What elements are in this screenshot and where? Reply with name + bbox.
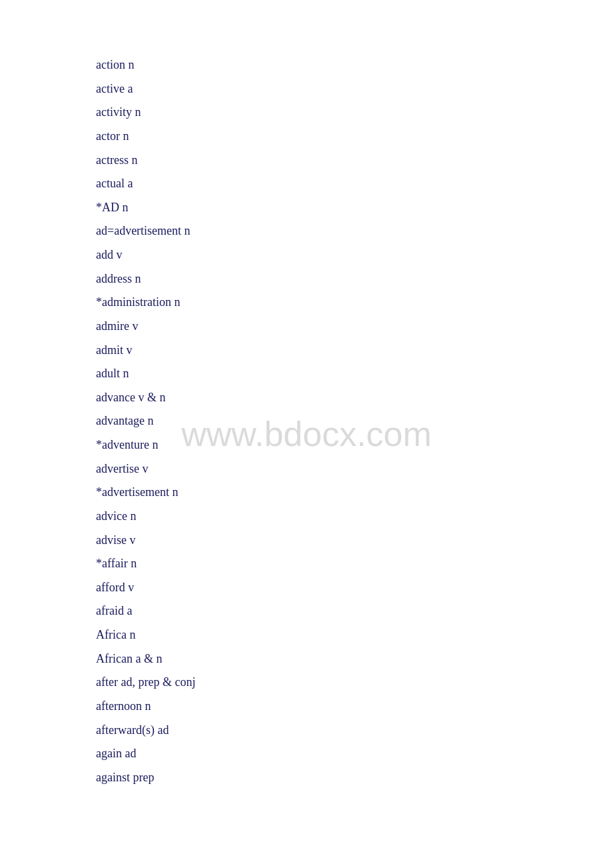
list-item: add v xyxy=(96,243,613,267)
list-item: actor n xyxy=(96,125,613,149)
list-item: *AD n xyxy=(96,196,613,220)
list-item: actress n xyxy=(96,149,613,173)
list-item: active a xyxy=(96,77,613,101)
list-item: *administration n xyxy=(96,291,613,315)
list-item: afraid a xyxy=(96,599,613,623)
list-item: *advertisement n xyxy=(96,481,613,505)
list-item: ad=advertisement n xyxy=(96,219,613,243)
list-item: advice n xyxy=(96,505,613,529)
list-item: African a & n xyxy=(96,647,613,671)
list-item: actual a xyxy=(96,172,613,196)
list-item: afford v xyxy=(96,576,613,600)
list-item: Africa n xyxy=(96,623,613,647)
list-item: afternoon n xyxy=(96,695,613,719)
list-item: action n xyxy=(96,53,613,77)
list-item: admit v xyxy=(96,339,613,363)
list-item: advantage n xyxy=(96,409,613,433)
list-item: activity n xyxy=(96,101,613,125)
list-item: after ad, prep & conj xyxy=(96,671,613,695)
list-item: advertise v xyxy=(96,457,613,481)
list-item: advise v xyxy=(96,529,613,553)
word-list: action nactive aactivity nactor nactress… xyxy=(96,53,613,789)
list-item: *affair n xyxy=(96,552,613,576)
list-item: admire v xyxy=(96,315,613,339)
list-item: *adventure n xyxy=(96,433,613,457)
list-item: against prep xyxy=(96,766,613,790)
list-item: afterward(s) ad xyxy=(96,719,613,743)
list-item: address n xyxy=(96,267,613,291)
list-item: adult n xyxy=(96,362,613,386)
list-item: advance v & n xyxy=(96,386,613,410)
list-item: again ad xyxy=(96,742,613,766)
page-container: www.bdocx.com action nactive aactivity n… xyxy=(0,0,613,843)
